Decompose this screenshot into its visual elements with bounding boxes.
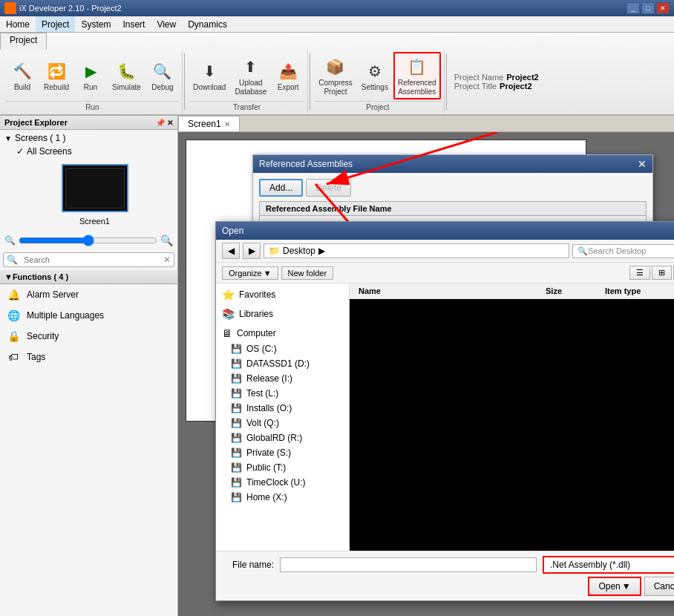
col-type[interactable]: Item type	[602, 285, 674, 297]
project-group-label: Project	[315, 101, 440, 111]
col-size[interactable]: Size	[543, 285, 602, 297]
drive-release[interactable]: 💾 Release (I:)	[228, 371, 346, 386]
ref-assemblies-button[interactable]: 📋 ReferencedAssemblies	[393, 52, 441, 99]
menu-insert[interactable]: Insert	[117, 16, 151, 32]
download-button[interactable]: ⬇ Download	[189, 57, 229, 94]
drive-timeclock[interactable]: 💾 TimeClock (U:)	[228, 475, 346, 490]
drive-home[interactable]: 💾 Home (X:)	[228, 490, 346, 505]
cancel-button[interactable]: Cancel	[644, 577, 674, 596]
search-clear-button[interactable]: ✕	[160, 253, 174, 266]
open-dialog-toolbar: Organize ▼ New folder ☰ ⊞ ?	[216, 263, 674, 284]
tab-screen1-close[interactable]: ✕	[224, 120, 230, 128]
menu-dynamics[interactable]: Dynamics	[182, 16, 233, 32]
drive-globalrd-icon: 💾	[231, 433, 242, 443]
left-panel: ⭐ Favorites 📚 Libraries	[216, 284, 350, 551]
tags-icon: 🏷	[6, 350, 21, 364]
new-folder-button[interactable]: New folder	[281, 266, 334, 280]
search-input[interactable]	[21, 254, 160, 266]
export-label: Export	[278, 83, 299, 92]
screen1-thumbnail[interactable]	[62, 164, 128, 212]
settings-button[interactable]: ⚙ Settings	[358, 57, 392, 94]
menu-view[interactable]: View	[151, 16, 182, 32]
drive-datassd1[interactable]: 💾 DATASSD1 (D:)	[228, 356, 346, 371]
computer-item[interactable]: 🖥 Computer	[219, 325, 346, 341]
zoom-slider[interactable]	[19, 235, 157, 246]
compress-label: CompressProject	[318, 79, 353, 96]
file-list-area	[350, 299, 674, 551]
function-multi-lang[interactable]: 🌐 Multiple Languages	[0, 305, 177, 326]
delete-button[interactable]: Delete	[306, 179, 351, 197]
drive-volt[interactable]: 💾 Volt (Q:)	[228, 416, 346, 430]
open-dialog-nav: ◀ ▶ 📁 Desktop ▶ 🔍 Search Desktop	[216, 240, 674, 263]
location-bar[interactable]: 📁 Desktop ▶	[264, 243, 569, 258]
favorites-item[interactable]: ⭐ Favorites	[219, 286, 346, 303]
col-name[interactable]: Name	[356, 285, 543, 297]
security-label: Security	[27, 331, 59, 341]
run-button[interactable]: ▶ Run	[74, 57, 107, 94]
drive-test[interactable]: 💾 Test (L:)	[228, 386, 346, 401]
simulate-button[interactable]: 🐛 Simulate	[108, 57, 145, 94]
view-controls: ☰ ⊞ ?	[629, 266, 674, 280]
ref-assemblies-label: ReferencedAssemblies	[398, 79, 436, 96]
alarm-server-icon: 🔔	[6, 287, 21, 302]
drive-osc[interactable]: 💾 OS (C:)	[228, 341, 346, 356]
all-screens-item[interactable]: ✓ All Screens	[13, 145, 176, 158]
organize-button[interactable]: Organize ▼	[222, 266, 278, 280]
maximize-button[interactable]: □	[641, 2, 655, 14]
screens-node[interactable]: ▼ Screens ( 1 )	[1, 131, 176, 145]
function-security[interactable]: 🔒 Security	[0, 326, 177, 347]
drive-private[interactable]: 💾 Private (S:)	[228, 445, 346, 460]
menu-home[interactable]: Home	[0, 16, 36, 32]
open-dialog-title-bar: Open ✕	[216, 222, 674, 240]
footer-buttons: Open ▼ Cancel	[588, 577, 674, 596]
drive-globalrd[interactable]: 💾 GlobalRD (R:)	[228, 430, 346, 445]
function-tags[interactable]: 🏷 Tags	[0, 347, 177, 367]
build-label: Build	[14, 83, 30, 92]
build-button[interactable]: 🔨 Build	[6, 57, 39, 94]
drive-installs[interactable]: 💾 Installs (O:)	[228, 401, 346, 416]
forward-button[interactable]: ▶	[243, 243, 261, 259]
filename-input[interactable]	[280, 557, 537, 572]
window-controls: _ □ ✕	[626, 2, 670, 14]
close-button[interactable]: ✕	[656, 2, 670, 14]
back-button[interactable]: ◀	[222, 243, 240, 259]
ribbon-group-transfer: ⬇ Download ⬆ UploadDatabase 📤 Export Tra…	[186, 50, 308, 113]
menu-system[interactable]: System	[75, 16, 117, 32]
libraries-section: 📚 Libraries	[219, 306, 346, 322]
tile-view-button[interactable]: ⊞	[652, 266, 672, 280]
rebuild-button[interactable]: 🔁 Rebuild	[40, 57, 73, 94]
libraries-label: Libraries	[239, 309, 273, 319]
menu-project[interactable]: Project	[36, 16, 75, 32]
location-folder-icon: 📁	[269, 246, 280, 256]
pin-button[interactable]: 📌 ✕	[156, 119, 173, 127]
minimize-button[interactable]: _	[626, 2, 640, 14]
zoom-max-icon: 🔍	[160, 235, 173, 246]
compress-button[interactable]: 📦 CompressProject	[315, 53, 356, 99]
ref-assemblies-icon: 📋	[405, 55, 429, 79]
list-view-button[interactable]: ☰	[629, 266, 650, 280]
tab-screen1[interactable]: Screen1 ✕	[178, 116, 240, 131]
export-button[interactable]: 📤 Export	[272, 57, 304, 94]
ribbon-tab-project[interactable]: Project	[0, 33, 47, 50]
drive-public[interactable]: 💾 Public (T:)	[228, 460, 346, 475]
explorer-title: Project Explorer	[4, 118, 68, 127]
ribbon: Project 🔨 Build 🔁 Rebuild ▶ Run 🐛	[0, 33, 674, 116]
function-alarm-server[interactable]: 🔔 Alarm Server	[0, 284, 177, 305]
rebuild-label: Rebuild	[44, 83, 69, 92]
ref-assemblies-close-button[interactable]: ✕	[638, 158, 647, 170]
open-file-button[interactable]: Open ▼	[588, 577, 641, 596]
filetype-select[interactable]: .Net Assembly (*.dll)	[543, 556, 674, 574]
libraries-item[interactable]: 📚 Libraries	[219, 306, 346, 322]
drive-volt-label: Volt (Q:)	[246, 418, 279, 428]
debug-button[interactable]: 🔍 Debug	[146, 57, 179, 94]
upload-db-button[interactable]: ⬆ UploadDatabase	[231, 53, 270, 99]
canvas-content: Referenced Assemblies ✕ Add... Delete Re…	[178, 132, 674, 616]
drive-home-icon: 💾	[231, 492, 242, 502]
ribbon-group-run: 🔨 Build 🔁 Rebuild ▶ Run 🐛 Simulate 🔍	[3, 50, 183, 113]
screen1-inner	[65, 168, 125, 209]
libraries-icon: 📚	[222, 308, 235, 320]
search-bar[interactable]: 🔍 Search Desktop	[572, 244, 674, 258]
title-bar: iX Developer 2.10 - Project2 _ □ ✕	[0, 0, 674, 16]
add-button[interactable]: Add...	[259, 179, 303, 197]
favorites-section: ⭐ Favorites	[219, 286, 346, 303]
